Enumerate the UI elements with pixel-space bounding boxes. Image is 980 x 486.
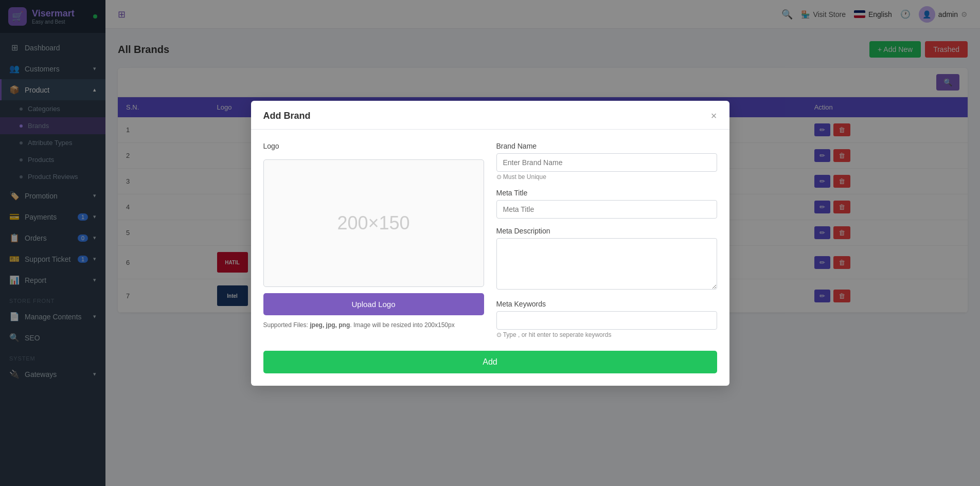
meta-description-label: Meta Description bbox=[496, 227, 717, 235]
meta-title-field-group: Meta Title bbox=[496, 189, 717, 219]
upload-logo-button[interactable]: Upload Logo bbox=[263, 293, 484, 315]
modal-footer: Add bbox=[251, 351, 729, 386]
upload-hint-formats: jpeg, jpg, png bbox=[310, 321, 350, 329]
brand-name-field-group: Brand Name Must be Unique bbox=[496, 142, 717, 181]
meta-description-input[interactable] bbox=[496, 238, 717, 290]
upload-hint-prefix: Supported Files: bbox=[263, 321, 310, 329]
logo-preview-area: 200×150 bbox=[263, 159, 484, 287]
modal-overlay[interactable]: Add Brand × Logo 200×150 Upload Logo Sup… bbox=[0, 0, 980, 486]
modal-title: Add Brand bbox=[263, 111, 311, 121]
upload-hint: Supported Files: jpeg, jpg, png. Image w… bbox=[263, 321, 484, 329]
fields-section: Brand Name Must be Unique Meta Title Met… bbox=[496, 142, 717, 338]
meta-title-input[interactable] bbox=[496, 200, 717, 219]
modal-form-grid: Logo 200×150 Upload Logo Supported Files… bbox=[263, 142, 717, 338]
meta-description-field-group: Meta Description bbox=[496, 227, 717, 292]
logo-placeholder-text: 200×150 bbox=[337, 212, 409, 234]
add-submit-button[interactable]: Add bbox=[263, 351, 717, 373]
modal-body: Logo 200×150 Upload Logo Supported Files… bbox=[251, 130, 729, 351]
add-brand-modal: Add Brand × Logo 200×150 Upload Logo Sup… bbox=[251, 101, 729, 386]
brand-name-hint: Must be Unique bbox=[496, 173, 717, 181]
modal-header: Add Brand × bbox=[251, 101, 729, 130]
logo-section: Logo 200×150 Upload Logo Supported Files… bbox=[263, 142, 484, 338]
logo-label: Logo bbox=[263, 142, 484, 150]
meta-keywords-hint: Type , or hit enter to seperate keywords bbox=[496, 331, 717, 338]
brand-name-label: Brand Name bbox=[496, 142, 717, 150]
meta-keywords-input[interactable] bbox=[496, 311, 717, 330]
brand-name-input[interactable] bbox=[496, 153, 717, 172]
modal-close-button[interactable]: × bbox=[711, 110, 717, 122]
meta-keywords-label: Meta Keywords bbox=[496, 300, 717, 308]
meta-title-label: Meta Title bbox=[496, 189, 717, 197]
meta-keywords-field-group: Meta Keywords Type , or hit enter to sep… bbox=[496, 300, 717, 338]
upload-hint-suffix: . Image will be resized into 200x150px bbox=[350, 321, 454, 329]
